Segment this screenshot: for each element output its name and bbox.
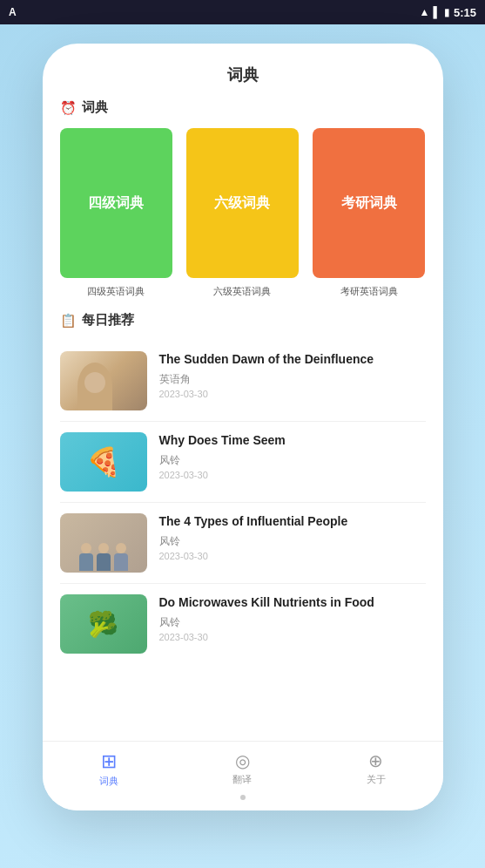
recommend-section: 📋 每日推荐 The Sudden Dawn of the Deinfluenc… bbox=[43, 312, 443, 664]
article-source-1: 英语角 bbox=[159, 372, 426, 387]
article-title-2: Why Does Time Seem bbox=[159, 432, 426, 450]
article-title-4: Do Microwaves Kill Nutrients in Food bbox=[159, 594, 426, 612]
dict-card-cet4[interactable]: 四级词典 四级英语词典 bbox=[60, 128, 172, 298]
article-info-1: The Sudden Dawn of the Deinfluence 英语角 2… bbox=[159, 351, 426, 399]
status-time: 5:15 bbox=[454, 6, 476, 19]
article-item-3[interactable]: The 4 Types of Influential People 风铃 202… bbox=[60, 503, 426, 584]
status-bar: A ▲ ▌ ▮ 5:15 bbox=[0, 0, 485, 24]
article-info-3: The 4 Types of Influential People 风铃 202… bbox=[159, 513, 426, 561]
bottom-nav: ⊞ 词典 ◎ 翻译 ⊕ 关于 bbox=[43, 741, 443, 810]
nav-item-about[interactable]: ⊕ 关于 bbox=[309, 749, 442, 790]
article-item-4[interactable]: 🥦 Do Microwaves Kill Nutrients in Food 风… bbox=[60, 584, 426, 664]
article-source-2: 风铃 bbox=[159, 453, 426, 468]
article-date-2: 2023-03-30 bbox=[159, 470, 426, 480]
signal-icon: ▌ bbox=[433, 6, 441, 18]
page-title: 词典 bbox=[43, 44, 443, 99]
nav-about-label: 关于 bbox=[367, 773, 386, 786]
status-right: ▲ ▌ ▮ 5:15 bbox=[420, 6, 476, 19]
dict-cards-container: 四级词典 四级英语词典 六级词典 六级英语词典 考研词典 考研英语词典 bbox=[60, 128, 426, 298]
article-info-2: Why Does Time Seem 风铃 2023-03-30 bbox=[159, 432, 426, 480]
article-thumb-1 bbox=[60, 351, 147, 410]
nav-dict-label: 词典 bbox=[99, 775, 118, 788]
dict-section: ⏰ 词典 四级词典 四级英语词典 六级词典 六级英语词典 bbox=[43, 99, 443, 298]
recommend-section-title: 📋 每日推荐 bbox=[60, 312, 426, 329]
clock-icon: ⏰ bbox=[60, 100, 77, 116]
article-date-3: 2023-03-30 bbox=[159, 551, 426, 561]
dict-card-img-cet4: 四级词典 bbox=[60, 128, 172, 278]
dict-card-img-cet6: 六级词典 bbox=[186, 128, 299, 278]
dict-card-label-cet4: 四级英语词典 bbox=[87, 285, 145, 298]
nav-item-dict[interactable]: ⊞ 词典 bbox=[43, 749, 176, 791]
article-date-4: 2023-03-30 bbox=[159, 632, 426, 642]
article-info-4: Do Microwaves Kill Nutrients in Food 风铃 … bbox=[159, 594, 426, 642]
dict-card-label-cet6: 六级英语词典 bbox=[213, 285, 271, 298]
article-source-4: 风铃 bbox=[159, 615, 426, 630]
article-item-2[interactable]: Why Does Time Seem 风铃 2023-03-30 bbox=[60, 422, 426, 503]
wifi-icon: ▲ bbox=[420, 6, 430, 18]
article-date-1: 2023-03-30 bbox=[159, 389, 426, 399]
dict-section-title: ⏰ 词典 bbox=[60, 99, 426, 116]
battery-icon: ▮ bbox=[444, 6, 450, 18]
article-title-3: The 4 Types of Influential People bbox=[159, 513, 426, 531]
nav-about-icon: ⊕ bbox=[368, 752, 383, 770]
article-title-1: The Sudden Dawn of the Deinfluence bbox=[159, 351, 426, 369]
article-thumb-4: 🥦 bbox=[60, 594, 147, 654]
nav-translate-icon: ◎ bbox=[235, 752, 250, 770]
article-thumb-2 bbox=[60, 432, 147, 492]
dict-card-label-kaoyan: 考研英语词典 bbox=[340, 285, 398, 298]
article-thumb-3 bbox=[60, 513, 147, 573]
nav-translate-label: 翻译 bbox=[232, 773, 252, 786]
article-source-3: 风铃 bbox=[159, 534, 426, 549]
dict-card-cet6[interactable]: 六级词典 六级英语词典 bbox=[186, 128, 299, 298]
recommend-icon: 📋 bbox=[60, 313, 77, 329]
content-area: ⏰ 词典 四级词典 四级英语词典 六级词典 六级英语词典 bbox=[43, 99, 443, 770]
nav-dict-icon: ⊞ bbox=[101, 752, 117, 771]
nav-item-translate[interactable]: ◎ 翻译 bbox=[176, 749, 309, 790]
status-app-label: A bbox=[9, 6, 17, 18]
article-item-1[interactable]: The Sudden Dawn of the Deinfluence 英语角 2… bbox=[60, 341, 426, 422]
dict-card-kaoyan[interactable]: 考研词典 考研英语词典 bbox=[313, 128, 425, 298]
phone-container: 词典 ⏰ 词典 四级词典 四级英语词典 六级词典 bbox=[43, 44, 443, 810]
dict-card-img-kaoyan: 考研词典 bbox=[313, 128, 425, 278]
nav-dot bbox=[240, 795, 246, 800]
